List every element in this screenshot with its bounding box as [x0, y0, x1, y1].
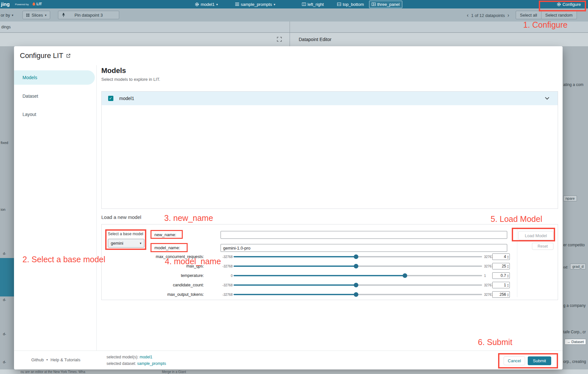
slider-track[interactable]	[234, 294, 482, 295]
select-random-button[interactable]: Select random	[541, 13, 577, 18]
slices-label: Slices	[32, 13, 43, 18]
chevron-down-icon[interactable]	[545, 95, 549, 100]
bg-bottom-strip: ou are an editor at the New York Times. …	[0, 369, 588, 374]
number-spinner[interactable]: 0.7	[492, 272, 510, 279]
bg-fragment: d-	[3, 252, 6, 255]
slider-knob[interactable]	[354, 283, 358, 287]
load-model-button[interactable]: Load Model	[518, 231, 553, 240]
slider-row: max_output_tokens: -32768 32767 256	[102, 290, 515, 299]
sidebar-item-layout[interactable]: Layout	[14, 107, 95, 122]
slider-knob[interactable]	[403, 273, 407, 278]
number-spinner[interactable]: 25	[492, 263, 510, 269]
new-name-input[interactable]	[221, 231, 507, 239]
bg-compare-button-fragment[interactable]: npare	[563, 195, 577, 201]
slider-track[interactable]	[234, 266, 482, 267]
spinner-down-icon[interactable]	[507, 295, 509, 296]
selected-models-value[interactable]: model1	[139, 355, 152, 359]
model-icon	[195, 2, 199, 7]
reset-button[interactable]: Reset	[532, 243, 553, 250]
left-panel-header: dings	[0, 22, 290, 33]
slider-track[interactable]	[234, 284, 482, 286]
gear-icon	[557, 2, 561, 7]
slider-fill	[234, 266, 356, 267]
lit-label: LIT	[36, 2, 42, 6]
slider-label: temperature:	[102, 273, 204, 278]
layout-tab-top-bottom[interactable]: top_bottom	[335, 0, 366, 8]
bg-fragment: orp., creating	[563, 359, 586, 364]
dataset-chip-button[interactable]: → Dataset	[565, 339, 586, 345]
powered-by-label: Powered by	[15, 3, 29, 6]
right-panel-title: Datapoint Editor	[299, 37, 331, 42]
slider-max: 1	[484, 274, 486, 278]
layout-tab-left-right[interactable]: left_right	[300, 0, 326, 8]
pin-datapoint-button[interactable]: Pin datapoint 3	[58, 11, 119, 19]
sidebar-item-models[interactable]: Models	[14, 70, 95, 85]
spinner-value: 0.7	[501, 273, 506, 278]
app-root: jing Powered by LIT model1 ▾ sample_prom…	[0, 0, 588, 374]
color-by-dropdown[interactable]: or by ▾	[1, 13, 13, 18]
number-spinner[interactable]: 1	[492, 282, 510, 288]
configure-button[interactable]: Configure	[557, 0, 581, 8]
prev-datapoint-button[interactable]: ‹	[467, 12, 468, 18]
selected-models-label: selected model(s):	[107, 355, 138, 359]
slider-label: max_concurrent_requests:	[102, 254, 204, 259]
slider-label: max_output_tokens:	[102, 292, 204, 297]
base-model-select[interactable]: gemini ▾	[108, 239, 144, 248]
base-model-value: gemini	[111, 241, 123, 246]
layout-tab-three-panel[interactable]: three_panel	[369, 0, 402, 8]
number-spinner[interactable]: 256	[492, 291, 510, 298]
dataset-selector-label: sample_prompts	[241, 2, 272, 7]
configure-button-label: Configure	[563, 2, 581, 7]
slider-track[interactable]	[234, 275, 482, 276]
selection-summary: selected model(s): model1 selected datas…	[107, 354, 166, 367]
number-spinner[interactable]: 4	[492, 253, 510, 260]
selected-datapoint-rows[interactable]	[0, 258, 14, 296]
dialog-sidebar: Models Dataset Layout	[14, 65, 97, 351]
cancel-button[interactable]: Cancel	[504, 356, 525, 365]
model-list-row[interactable]: model1	[102, 92, 558, 105]
slider-knob[interactable]	[354, 254, 358, 259]
dataset-selector[interactable]: sample_prompts ▾	[235, 0, 275, 8]
model-name-input[interactable]	[221, 244, 507, 252]
load-model-panel: Select a base model gemini ▾ new_name: m…	[101, 224, 558, 300]
layout-tab-label: top_bottom	[343, 2, 364, 7]
dialog-title: Configure LIT	[20, 51, 63, 60]
slider-knob[interactable]	[354, 264, 358, 268]
bg-fragment: Merge in a Giant	[162, 370, 186, 374]
spinner-down-icon[interactable]	[507, 276, 509, 278]
help-tutorials-link[interactable]: Help & Tutorials	[50, 357, 80, 362]
bg-fragment: d-	[3, 298, 6, 302]
spinner-value: 25	[502, 264, 506, 268]
chevron-down-icon: ▾	[140, 241, 141, 245]
color-by-label: or by	[1, 13, 10, 18]
slider-knob[interactable]	[354, 292, 358, 297]
slider-fill	[234, 275, 405, 276]
selected-dataset-label: selected dataset:	[107, 361, 136, 366]
spinner-down-icon[interactable]	[507, 285, 509, 287]
next-datapoint-button[interactable]: ›	[508, 12, 509, 18]
chevron-down-icon: ▾	[45, 13, 47, 17]
slider-min: -32768	[205, 265, 233, 268]
flame-icon	[32, 2, 36, 6]
model-checkbox[interactable]	[108, 96, 113, 101]
select-all-button[interactable]: Select all	[516, 13, 541, 18]
bg-method-chip[interactable]: grad_d	[570, 264, 586, 269]
open-in-new-icon[interactable]	[66, 53, 71, 58]
sidebar-item-dataset[interactable]: Dataset	[14, 89, 95, 103]
panel-divider	[290, 22, 290, 46]
submit-button[interactable]: Submit	[528, 356, 551, 365]
bg-fragment: ion	[1, 208, 6, 211]
selected-dataset-value[interactable]: sample_prompts	[137, 361, 166, 366]
expand-icon[interactable]	[277, 37, 282, 42]
datapoint-pager: ‹ 1 of 12 datapoints ›	[467, 12, 509, 18]
github-link[interactable]: Github	[31, 357, 44, 362]
panel-divider	[517, 227, 517, 297]
slider-track[interactable]	[234, 256, 482, 257]
spinner-down-icon[interactable]	[507, 257, 509, 259]
slider-min: -32768	[205, 255, 233, 259]
model-selector[interactable]: model1 ▾	[195, 0, 218, 8]
grid-icon	[26, 13, 30, 17]
pagination-label: 1 of 12 datapoints	[471, 13, 505, 18]
slices-button[interactable]: Slices ▾	[22, 11, 50, 19]
spinner-down-icon[interactable]	[507, 266, 509, 268]
